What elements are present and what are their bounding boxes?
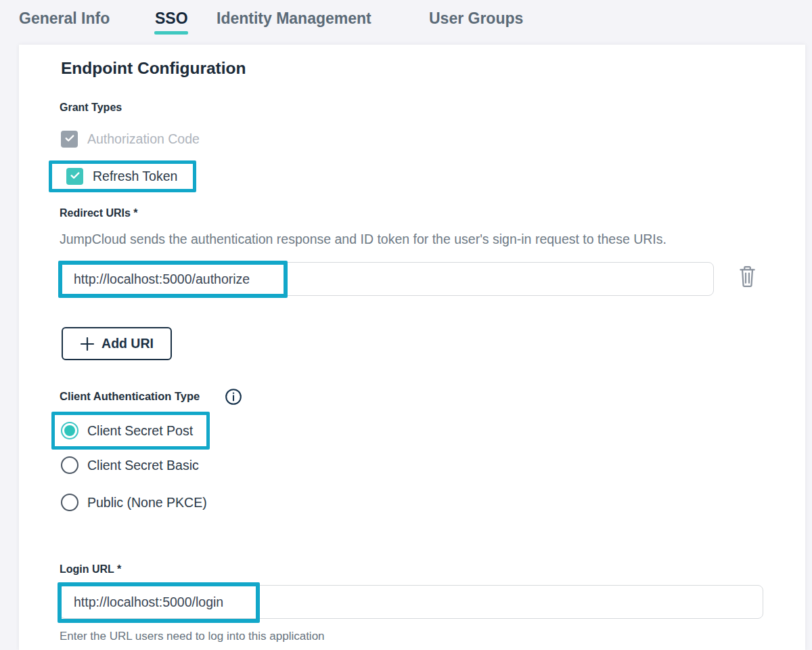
checkbox-row-authorization-code[interactable]: Authorization Code [61, 131, 200, 148]
client-secret-basic-label: Client Secret Basic [87, 458, 199, 473]
info-icon[interactable] [225, 388, 242, 406]
authorization-code-checkbox[interactable] [61, 131, 78, 148]
page-title: Endpoint Configuration [61, 59, 246, 78]
authorization-code-label: Authorization Code [87, 131, 200, 147]
refresh-token-label: Refresh Token [93, 169, 177, 184]
sso-configuration-page: General Info SSO Identity Management Use… [0, 0, 812, 650]
client-auth-type-label: Client Authentication Type [60, 390, 200, 403]
radio-row-client-secret-basic[interactable]: Client Secret Basic [61, 456, 199, 474]
tab-general-info[interactable]: General Info [19, 9, 110, 28]
radio-dot [64, 425, 75, 436]
radio-row-client-secret-post[interactable]: Client Secret Post [55, 415, 206, 446]
tab-sso[interactable]: SSO [155, 9, 188, 28]
client-secret-post-label: Client Secret Post [87, 423, 193, 439]
delete-uri-button[interactable] [738, 265, 757, 288]
public-none-pkce-radio[interactable] [61, 494, 78, 511]
plus-icon [80, 337, 95, 351]
radio-row-public-none-pkce[interactable]: Public (None PKCE) [61, 494, 207, 511]
client-secret-basic-radio[interactable] [61, 456, 78, 474]
checkbox-row-refresh-token[interactable]: Refresh Token [52, 164, 193, 189]
redirect-uri-input[interactable] [60, 262, 714, 296]
annotation-highlight-client-secret-post: Client Secret Post [51, 412, 210, 450]
login-url-helper-text: Enter the URL users need to log into thi… [60, 630, 325, 643]
add-uri-button-label: Add URI [102, 336, 154, 351]
tab-identity-management[interactable]: Identity Management [217, 9, 371, 28]
public-none-pkce-label: Public (None PKCE) [87, 495, 207, 511]
refresh-token-checkbox[interactable] [66, 168, 83, 185]
checkmark-icon [69, 169, 81, 184]
active-tab-underline [154, 31, 188, 35]
annotation-highlight-refresh-token: Refresh Token [49, 160, 196, 192]
login-url-label: Login URL * [60, 563, 121, 576]
login-url-input[interactable] [60, 585, 763, 619]
tab-user-groups[interactable]: User Groups [429, 9, 523, 28]
redirect-uris-description: JumpCloud sends the authentication respo… [60, 232, 667, 247]
add-uri-button[interactable]: Add URI [62, 327, 172, 360]
client-secret-post-radio[interactable] [61, 422, 78, 439]
redirect-uris-label: Redirect URIs * [60, 207, 138, 219]
checkmark-icon [64, 132, 76, 147]
grant-types-label: Grant Types [60, 102, 122, 114]
trash-icon [738, 280, 757, 290]
